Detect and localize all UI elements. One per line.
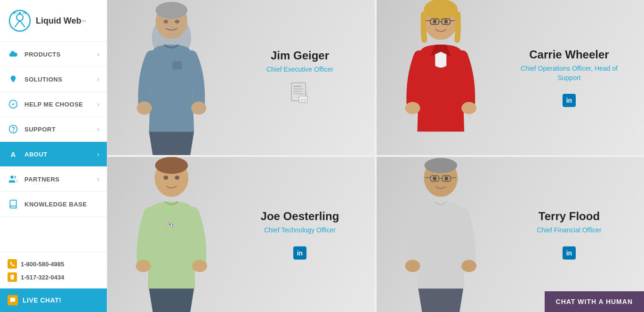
svg-rect-7 bbox=[11, 275, 14, 279]
person-card-jim-geiger: Jim Geiger Chief Executive Officer CV bbox=[107, 0, 375, 155]
svg-point-41 bbox=[192, 260, 207, 272]
products-chevron: › bbox=[97, 50, 99, 58]
svg-point-26 bbox=[424, 0, 458, 20]
svg-point-50 bbox=[433, 177, 436, 181]
sidebar: Liquid Web™ PRODUCTS › SOLUTIONS › HELP … bbox=[0, 0, 107, 312]
partners-label: PARTNERS bbox=[24, 176, 97, 183]
chat-human-label: CHAT WITH A HUMAN bbox=[556, 298, 633, 305]
svg-point-14 bbox=[137, 101, 152, 115]
book-icon bbox=[8, 198, 19, 210]
sidebar-item-products[interactable]: PRODUCTS › bbox=[0, 42, 107, 67]
sidebar-item-about[interactable]: A ABOUT › bbox=[0, 142, 107, 167]
live-chat-bar[interactable]: LIVE CHAT! bbox=[0, 288, 107, 312]
svg-point-39 bbox=[175, 175, 179, 180]
sidebar-item-support[interactable]: SUPPORT › bbox=[0, 117, 107, 142]
person-card-joe-oesterling: 🎠 Joe Oesterling Chief Technology Office… bbox=[107, 157, 375, 312]
svg-point-15 bbox=[191, 101, 206, 115]
svg-point-40 bbox=[136, 260, 151, 272]
svg-rect-20 bbox=[293, 91, 303, 92]
support-label: SUPPORT bbox=[24, 126, 97, 133]
person-title-jim: Chief Executive Officer bbox=[246, 65, 353, 74]
figure-jim bbox=[107, 0, 236, 155]
person-name-carrie: Carrie Wheeler bbox=[515, 48, 622, 62]
sidebar-item-solutions[interactable]: SOLUTIONS › bbox=[0, 67, 107, 92]
person-name-jim: Jim Geiger bbox=[246, 49, 353, 62]
person-info-jim: Jim Geiger Chief Executive Officer CV bbox=[246, 49, 353, 106]
phone-line-1[interactable]: 1-800-580-4985 bbox=[8, 257, 99, 271]
people-icon bbox=[8, 173, 19, 185]
svg-text:CV: CV bbox=[301, 98, 306, 102]
person-card-terry-flood: Terry Flood Chief Financial Officer in bbox=[377, 157, 644, 312]
svg-point-8 bbox=[12, 278, 13, 279]
knowledge-label: KNOWLEDGE BASE bbox=[24, 201, 99, 208]
sidebar-item-help[interactable]: HELP ME CHOOSE › bbox=[0, 92, 107, 117]
linkedin-button-terry[interactable]: in bbox=[563, 246, 576, 260]
svg-text:🎠: 🎠 bbox=[166, 221, 174, 229]
logo-icon bbox=[8, 8, 32, 33]
svg-point-1 bbox=[16, 14, 23, 21]
svg-point-5 bbox=[13, 131, 14, 131]
live-chat-icon bbox=[8, 295, 18, 305]
svg-point-33 bbox=[444, 20, 448, 24]
phone-number-2: 1-517-322-0434 bbox=[21, 274, 64, 281]
svg-rect-16 bbox=[172, 61, 182, 70]
figure-carrie bbox=[377, 0, 505, 155]
svg-point-2 bbox=[19, 12, 21, 15]
phone-number-1: 1-800-580-4985 bbox=[21, 261, 64, 268]
person-name-terry: Terry Flood bbox=[515, 209, 622, 223]
person-info-joe: Joe Oesterling Chief Technology Officer … bbox=[246, 209, 353, 259]
svg-point-53 bbox=[461, 260, 476, 272]
svg-point-13 bbox=[175, 20, 179, 24]
phone-block: 1-800-580-4985 1-517-322-0434 bbox=[0, 253, 107, 288]
cloud-icon bbox=[8, 49, 19, 60]
help-chevron: › bbox=[97, 100, 99, 108]
question-icon bbox=[8, 123, 19, 135]
svg-rect-18 bbox=[293, 86, 302, 87]
linkedin-button-joe[interactable]: in bbox=[293, 246, 306, 260]
solutions-label: SOLUTIONS bbox=[24, 76, 97, 83]
linkedin-button-carrie[interactable]: in bbox=[563, 94, 576, 107]
svg-point-37 bbox=[155, 157, 188, 174]
about-icon: A bbox=[8, 148, 19, 160]
sidebar-bottom: 1-800-580-4985 1-517-322-0434 LIVE CHAT! bbox=[0, 252, 107, 312]
logo-area: Liquid Web™ bbox=[0, 0, 107, 42]
solutions-chevron: › bbox=[97, 75, 99, 83]
svg-point-6 bbox=[10, 176, 14, 179]
nav-menu: PRODUCTS › SOLUTIONS › HELP ME CHOOSE › … bbox=[0, 42, 107, 252]
cv-icon-jim[interactable]: CV bbox=[246, 82, 353, 107]
person-title-joe: Chief Technology Officer bbox=[246, 226, 353, 235]
svg-point-51 bbox=[444, 177, 448, 181]
svg-point-35 bbox=[461, 102, 476, 114]
partners-chevron: › bbox=[97, 175, 99, 183]
chat-human-button[interactable]: CHAT WITH A HUMAN bbox=[545, 291, 644, 312]
sidebar-item-knowledge[interactable]: KNOWLEDGE BASE bbox=[0, 192, 107, 217]
svg-point-11 bbox=[155, 2, 187, 19]
svg-point-32 bbox=[433, 20, 436, 24]
person-title-terry: Chief Financial Officer bbox=[515, 226, 622, 235]
svg-point-12 bbox=[163, 20, 168, 24]
svg-point-34 bbox=[405, 102, 420, 114]
svg-rect-19 bbox=[293, 89, 304, 90]
person-card-carrie-wheeler: Carrie Wheeler Chief Operations Officer,… bbox=[377, 0, 644, 155]
svg-point-44 bbox=[424, 158, 457, 173]
about-chevron: › bbox=[97, 150, 99, 158]
person-name-joe: Joe Oesterling bbox=[246, 209, 353, 223]
person-info-carrie: Carrie Wheeler Chief Operations Officer,… bbox=[515, 48, 622, 107]
bulb-icon bbox=[8, 74, 19, 85]
phone-line-2[interactable]: 1-517-322-0434 bbox=[8, 271, 99, 284]
logo-text: Liquid Web™ bbox=[36, 16, 86, 26]
live-chat-label: LIVE CHAT! bbox=[23, 296, 62, 304]
person-title-carrie: Chief Operations Officer, Head of Suppor… bbox=[515, 64, 622, 82]
person-info-terry: Terry Flood Chief Financial Officer in bbox=[515, 209, 622, 259]
svg-point-52 bbox=[405, 260, 420, 272]
svg-rect-21 bbox=[293, 93, 304, 94]
products-label: PRODUCTS bbox=[24, 51, 97, 58]
phone-icon-2 bbox=[8, 272, 17, 282]
figure-terry bbox=[377, 157, 505, 312]
help-label: HELP ME CHOOSE bbox=[24, 101, 97, 108]
sidebar-item-partners[interactable]: PARTNERS › bbox=[0, 167, 107, 192]
phone-icon-1 bbox=[8, 259, 17, 269]
figure-joe: 🎠 bbox=[107, 157, 236, 312]
svg-point-38 bbox=[163, 175, 168, 180]
about-label: ABOUT bbox=[24, 151, 97, 158]
